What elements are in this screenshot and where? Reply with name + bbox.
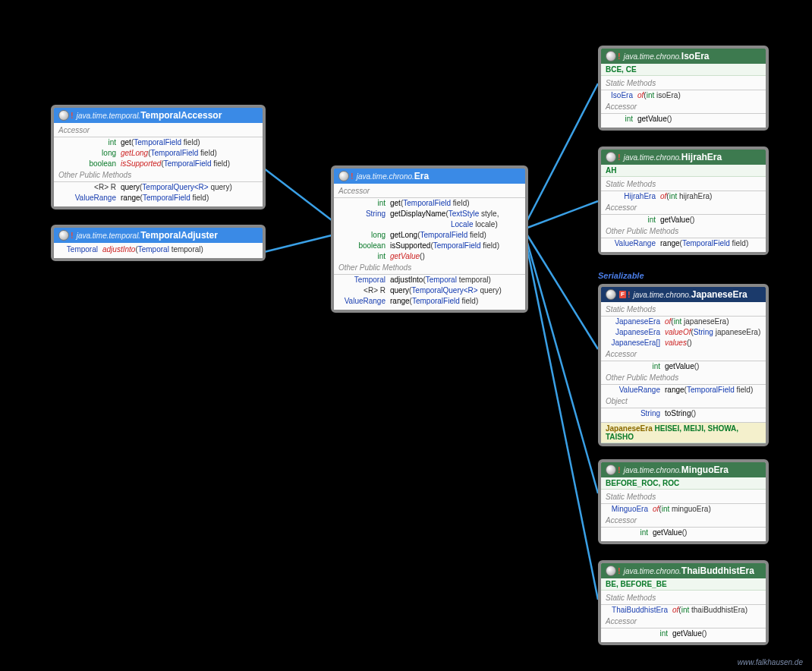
warning-icon: !: [618, 153, 621, 162]
method-row: booleanisSupported (TemporalField field): [334, 241, 525, 251]
class-name: TemporalAccessor: [140, 110, 222, 121]
method-row: ValueRangerange (TemporalField field): [54, 193, 263, 203]
section-label: Accessor: [601, 616, 766, 628]
package-label: java.time.temporal.: [77, 112, 140, 120]
svg-line-5: [527, 243, 598, 493]
section-label: Accessor: [54, 124, 263, 137]
class-header: ! java.time.chrono.HijrahEra: [601, 150, 766, 165]
section-label: Static Methods: [601, 304, 766, 317]
method-row: TemporaladjustInto (Temporal temporal): [54, 244, 263, 255]
class-body: Static Methods IsoEraof (int isoEra) Acc…: [601, 76, 766, 128]
warning-icon: !: [71, 111, 74, 120]
method-row: JapaneseEravalueOf (String japaneseEra): [601, 327, 766, 338]
class-name: MinguoEra: [681, 465, 729, 475]
constants-row: AH: [601, 165, 766, 177]
section-label: Other Public Methods: [601, 372, 766, 385]
section-label: Other Public Methods: [601, 225, 766, 238]
method-row: HijrahEraof (int hijrahEra): [601, 191, 766, 202]
enum-icon: [606, 465, 616, 475]
package-label: java.time.chrono.: [624, 52, 681, 61]
class-box-temporalaccessor: ! java.time.temporal.TemporalAccessor Ac…: [51, 105, 266, 209]
section-label: Accessor: [601, 101, 766, 114]
section-label: Static Methods: [601, 592, 766, 605]
interface-icon: [338, 171, 349, 181]
method-row: <R> Rquery (TemporalQuery<R> query): [54, 182, 263, 193]
class-header: F ! java.time.chrono.JapaneseEra: [601, 287, 766, 302]
method-row: longgetLong (TemporalField field): [334, 230, 525, 241]
enum-icon: [606, 565, 616, 576]
class-header: ! java.time.chrono.MinguoEra: [601, 462, 766, 477]
class-box-era: ! java.time.chrono.Era Accessor intget (…: [331, 165, 528, 313]
method-row: longgetLong (TemporalField field): [54, 148, 263, 159]
package-label: java.time.chrono.: [624, 567, 681, 575]
method-row: intgetValue (): [601, 528, 766, 538]
section-label: Accessor: [601, 515, 766, 528]
package-label: java.time.chrono.: [357, 172, 414, 181]
class-box-thaibuddhistera: ! java.time.chrono.ThaiBuddhistEra BE, B…: [598, 560, 769, 645]
warning-icon: !: [618, 465, 621, 474]
method-row: ValueRangerange (TemporalField field): [601, 238, 766, 249]
class-body: Accessor intget (TemporalField field) lo…: [54, 123, 263, 206]
class-box-hijrahera: ! java.time.chrono.HijrahEra AH Static M…: [598, 146, 769, 255]
constants-row: BEFORE_ROC, ROC: [601, 477, 766, 490]
interface-icon: [58, 230, 69, 241]
constants-row: BCE, CE: [601, 64, 766, 76]
method-row: IsoEraof (int isoEra): [601, 90, 766, 101]
class-name: TemporalAdjuster: [140, 230, 218, 241]
class-box-temporaladjuster: ! java.time.temporal.TemporalAdjuster Te…: [51, 225, 266, 261]
warning-icon: !: [618, 566, 621, 575]
method-row: JapaneseEra[]values (): [601, 338, 766, 348]
method-row: intgetValue (): [601, 114, 766, 124]
class-box-japaneseera: F ! java.time.chrono.JapaneseEra Static …: [598, 284, 769, 446]
package-label: java.time.temporal.: [77, 232, 140, 240]
method-row: JapaneseEraof (int japaneseEra): [601, 317, 766, 327]
class-body: Accessor intget (TemporalField field) St…: [334, 184, 525, 310]
class-body: Static Methods ThaiBuddhistEraof (int th…: [601, 591, 766, 642]
warning-icon: !: [351, 172, 354, 181]
class-header: ! java.time.temporal.TemporalAdjuster: [54, 228, 263, 243]
class-header: ! java.time.temporal.TemporalAccessor: [54, 108, 263, 123]
class-name: Era: [414, 171, 429, 181]
method-row: TemporaladjustInto (Temporal temporal): [334, 275, 525, 285]
method-row: MinguoEraof (int minguoEra): [601, 504, 766, 515]
method-row: ValueRangerange (TemporalField field): [334, 296, 525, 307]
class-header: ! java.time.chrono.ThaiBuddhistEra: [601, 563, 766, 578]
svg-line-2: [527, 83, 598, 220]
class-name: ThaiBuddhistEra: [681, 565, 754, 576]
constants-row: JapaneseEra HEISEI, MEIJI, SHOWA, TAISHO: [601, 422, 766, 443]
class-box-isoera: ! java.time.chrono.IsoEra BCE, CE Static…: [598, 46, 769, 131]
method-row: intget (TemporalField field): [54, 137, 263, 148]
warning-icon: !: [618, 52, 621, 61]
class-body: Static Methods MinguoEraof (int minguoEr…: [601, 490, 766, 541]
method-row: <R> Rquery (TemporalQuery<R> query): [334, 285, 525, 296]
enum-icon: [606, 51, 616, 61]
class-body: Static Methods JapaneseEraof (int japane…: [601, 302, 766, 422]
svg-line-4: [527, 235, 598, 349]
method-row: booleanisSupported (TemporalField field): [54, 159, 263, 169]
method-row-cont: Locale locale): [334, 219, 525, 230]
method-row: StringtoString (): [601, 408, 766, 419]
method-row: intgetValue (): [601, 361, 766, 372]
serializable-label: Serializable: [598, 271, 644, 280]
section-label: Static Methods: [601, 77, 766, 90]
final-badge: F: [619, 291, 626, 298]
section-label: Other Public Methods: [54, 169, 263, 182]
footer-credit: www.falkhausen.de: [738, 658, 803, 666]
section-label: Accessor: [601, 348, 766, 361]
class-icon: [606, 289, 616, 300]
method-row: ValueRangerange (TemporalField field): [601, 385, 766, 395]
svg-line-1: [264, 235, 332, 252]
package-label: java.time.chrono.: [624, 153, 681, 162]
section-label: Other Public Methods: [334, 262, 525, 275]
package-label: java.time.chrono.: [624, 466, 681, 474]
svg-line-0: [264, 169, 332, 220]
svg-line-3: [527, 201, 598, 228]
method-row: ThaiBuddhistEraof (int thaiBuddhistEra): [601, 605, 766, 616]
section-label: Static Methods: [601, 491, 766, 504]
class-header: ! java.time.chrono.IsoEra: [601, 49, 766, 64]
class-name: JapaneseEra: [691, 289, 747, 300]
class-body: TemporaladjustInto (Temporal temporal): [54, 243, 263, 258]
section-label: Accessor: [601, 202, 766, 215]
method-row: intgetValue (): [601, 215, 766, 225]
class-name: IsoEra: [681, 51, 710, 61]
